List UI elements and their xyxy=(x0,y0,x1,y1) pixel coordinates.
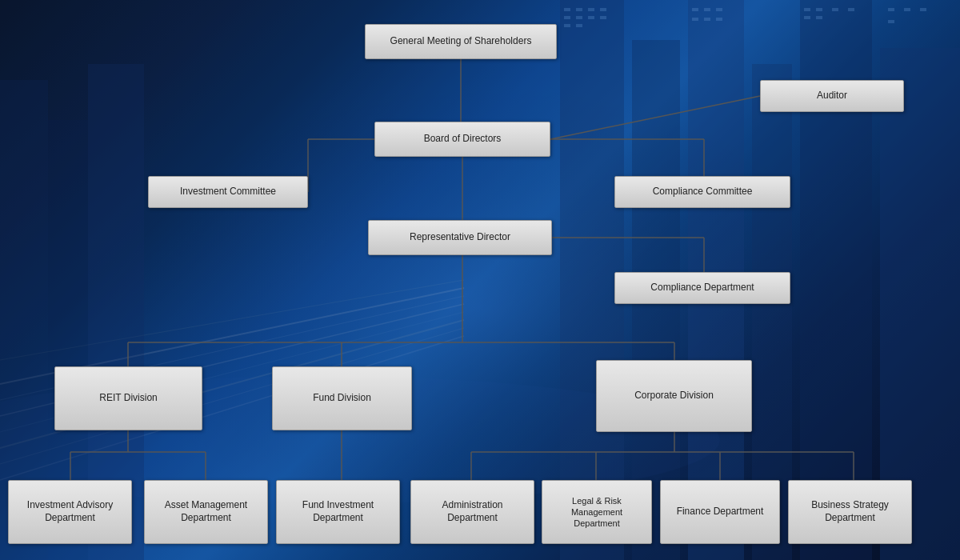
asset-management-label: Asset Management Department xyxy=(151,499,261,524)
representative-director-label: Representative Director xyxy=(410,231,510,244)
fund-division-box: Fund Division xyxy=(272,366,412,430)
representative-director-box: Representative Director xyxy=(368,220,552,255)
investment-committee-label: Investment Committee xyxy=(180,186,276,198)
reit-division-label: REIT Division xyxy=(99,392,157,405)
board-of-directors-label: Board of Directors xyxy=(424,133,502,146)
investment-committee-box: Investment Committee xyxy=(148,176,308,208)
legal-risk-label: Legal & Risk Management Department xyxy=(549,495,645,530)
business-strategy-box: Business Strategy Department xyxy=(788,480,912,544)
corporate-division-box: Corporate Division xyxy=(596,360,752,432)
corporate-division-label: Corporate Division xyxy=(634,390,714,402)
org-chart: General Meeting of Shareholders Auditor … xyxy=(0,0,960,560)
general-meeting-box: General Meeting of Shareholders xyxy=(365,24,557,59)
board-of-directors-box: Board of Directors xyxy=(374,122,550,157)
investment-advisory-label: Investment Advisory Department xyxy=(15,499,125,524)
administration-label: Administration Department xyxy=(418,499,527,524)
finance-box: Finance Department xyxy=(660,480,780,544)
asset-management-box: Asset Management Department xyxy=(144,480,268,544)
fund-division-label: Fund Division xyxy=(313,392,371,405)
business-strategy-label: Business Strategy Department xyxy=(795,499,905,524)
administration-box: Administration Department xyxy=(410,480,534,544)
fund-investment-box: Fund Investment Department xyxy=(276,480,400,544)
legal-risk-box: Legal & Risk Management Department xyxy=(542,480,652,544)
compliance-department-label: Compliance Department xyxy=(650,282,754,294)
investment-advisory-box: Investment Advisory Department xyxy=(8,480,132,544)
compliance-committee-label: Compliance Committee xyxy=(653,186,753,198)
fund-investment-label: Fund Investment Department xyxy=(283,499,393,524)
auditor-box: Auditor xyxy=(760,80,904,112)
compliance-committee-box: Compliance Committee xyxy=(614,176,790,208)
compliance-department-box: Compliance Department xyxy=(614,272,790,304)
reit-division-box: REIT Division xyxy=(54,366,202,430)
auditor-label: Auditor xyxy=(817,90,847,102)
general-meeting-label: General Meeting of Shareholders xyxy=(390,35,532,48)
finance-label: Finance Department xyxy=(677,506,764,518)
